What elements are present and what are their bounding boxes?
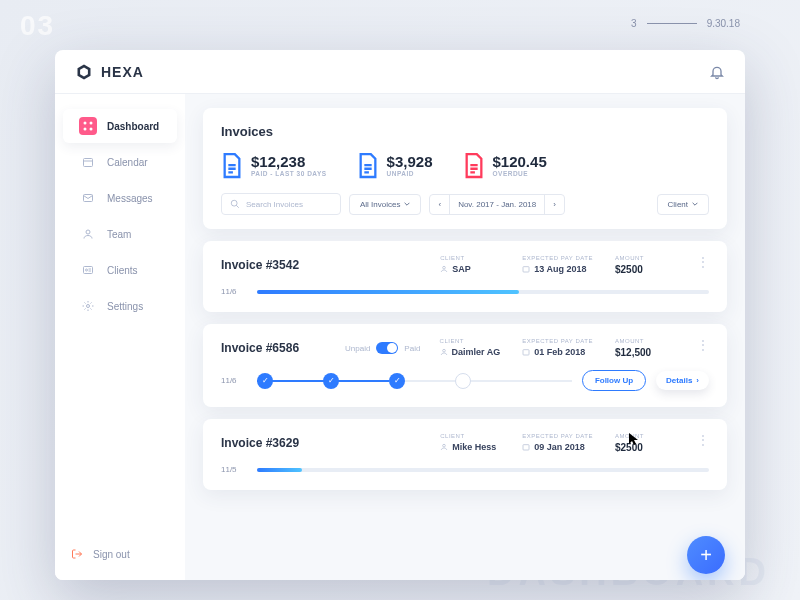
step-done-icon: ✓ (257, 373, 273, 389)
more-icon[interactable]: ⋮ (697, 255, 709, 269)
svg-rect-18 (523, 350, 529, 355)
sidebar-item-label: Messages (107, 193, 153, 204)
signout-button[interactable]: Sign out (55, 538, 185, 570)
svg-point-3 (90, 128, 93, 131)
filter-all-button[interactable]: All Invoices (349, 194, 421, 215)
signout-label: Sign out (93, 549, 130, 560)
logo-text: HEXA (101, 64, 144, 80)
svg-point-17 (442, 349, 445, 352)
followup-button[interactable]: Follow Up (582, 370, 646, 391)
svg-point-0 (84, 122, 87, 125)
sidebar-item-messages[interactable]: Messages (63, 181, 177, 215)
svg-rect-16 (523, 267, 529, 272)
sidebar: Dashboard Calendar Messages Team Clients… (55, 94, 185, 580)
sort-client-button[interactable]: Client (657, 194, 709, 215)
svg-point-19 (443, 444, 446, 447)
chevron-left-icon[interactable]: ‹ (430, 195, 450, 214)
user-icon (440, 265, 448, 273)
invoice-title: Invoice #6586 (221, 341, 331, 355)
clients-icon (79, 261, 97, 279)
chevron-down-icon (692, 201, 698, 207)
stat-overdue: $120.45OVERDUE (463, 153, 547, 179)
sidebar-item-settings[interactable]: Settings (63, 289, 177, 323)
search-input[interactable]: Search Invoices (221, 193, 341, 215)
progress-label: 11/6 (221, 376, 247, 385)
svg-point-1 (90, 122, 93, 125)
sidebar-item-label: Clients (107, 265, 138, 276)
invoice-title: Invoice #3629 (221, 436, 331, 450)
sidebar-item-label: Team (107, 229, 131, 240)
page-meta: 3 9.30.18 (631, 18, 740, 29)
svg-point-2 (84, 128, 87, 131)
search-icon (230, 199, 240, 209)
chevron-right-icon: › (696, 376, 699, 385)
app-header: HEXA (55, 50, 745, 94)
sidebar-item-dashboard[interactable]: Dashboard (63, 109, 177, 143)
hexa-icon (75, 63, 93, 81)
sidebar-item-label: Dashboard (107, 121, 159, 132)
svg-rect-20 (523, 445, 529, 450)
chevron-right-icon[interactable]: › (544, 195, 564, 214)
progress-bar (257, 468, 709, 472)
invoice-card[interactable]: Invoice #3542 CLIENTSAP EXPECTED PAY DAT… (203, 241, 727, 312)
details-button[interactable]: Details› (656, 371, 709, 390)
step-pending-icon (455, 373, 471, 389)
calendar-icon (522, 348, 530, 356)
invoice-card-expanded[interactable]: Invoice #6586 Unpaid Paid CLIENTDaimler … (203, 324, 727, 407)
plus-icon: + (700, 544, 712, 567)
calendar-icon (79, 153, 97, 171)
paid-toggle[interactable]: Unpaid Paid (345, 342, 420, 354)
page-title: Invoices (221, 124, 709, 139)
chevron-down-icon (404, 201, 410, 207)
step-done-icon: ✓ (389, 373, 405, 389)
sidebar-item-calendar[interactable]: Calendar (63, 145, 177, 179)
invoice-card[interactable]: Invoice #3629 CLIENTMike Hess EXPECTED P… (203, 419, 727, 490)
main-content: Invoices $12,238PAID - LAST 30 DAYS $3,9… (185, 94, 745, 580)
svg-rect-4 (84, 159, 93, 167)
summary-card: Invoices $12,238PAID - LAST 30 DAYS $3,9… (203, 108, 727, 229)
svg-point-9 (86, 269, 88, 271)
team-icon (79, 225, 97, 243)
notifications-button[interactable] (709, 64, 725, 80)
stat-paid: $12,238PAID - LAST 30 DAYS (221, 153, 327, 179)
sidebar-item-label: Calendar (107, 157, 148, 168)
invoice-title: Invoice #3542 (221, 258, 331, 272)
svg-point-7 (86, 230, 90, 234)
more-icon[interactable]: ⋮ (697, 433, 709, 447)
cursor-icon (628, 432, 640, 446)
progress-label: 11/5 (221, 465, 247, 474)
svg-point-15 (443, 266, 446, 269)
stat-unpaid: $3,928UNPAID (357, 153, 433, 179)
svg-line-14 (236, 205, 239, 208)
page-number: 03 (20, 10, 55, 42)
add-invoice-button[interactable]: + (687, 536, 725, 574)
app-window: HEXA Dashboard Calendar Messages Team (55, 50, 745, 580)
document-icon (463, 153, 485, 179)
step-done-icon: ✓ (323, 373, 339, 389)
settings-icon (79, 297, 97, 315)
progress-label: 11/6 (221, 287, 247, 296)
svg-point-13 (231, 200, 237, 206)
svg-point-12 (87, 305, 90, 308)
date-range-filter[interactable]: ‹ Nov. 2017 - Jan. 2018 › (429, 194, 564, 215)
sidebar-item-team[interactable]: Team (63, 217, 177, 251)
document-icon (357, 153, 379, 179)
more-icon[interactable]: ⋮ (697, 338, 709, 352)
progress-bar (257, 290, 709, 294)
calendar-icon (522, 443, 530, 451)
progress-steps: ✓ ✓ ✓ (257, 372, 572, 390)
logo[interactable]: HEXA (75, 63, 144, 81)
dashboard-icon (79, 117, 97, 135)
sidebar-item-label: Settings (107, 301, 143, 312)
document-icon (221, 153, 243, 179)
calendar-icon (522, 265, 530, 273)
signout-icon (71, 548, 83, 560)
sidebar-item-clients[interactable]: Clients (63, 253, 177, 287)
user-icon (440, 443, 448, 451)
messages-icon (79, 189, 97, 207)
user-icon (440, 348, 448, 356)
